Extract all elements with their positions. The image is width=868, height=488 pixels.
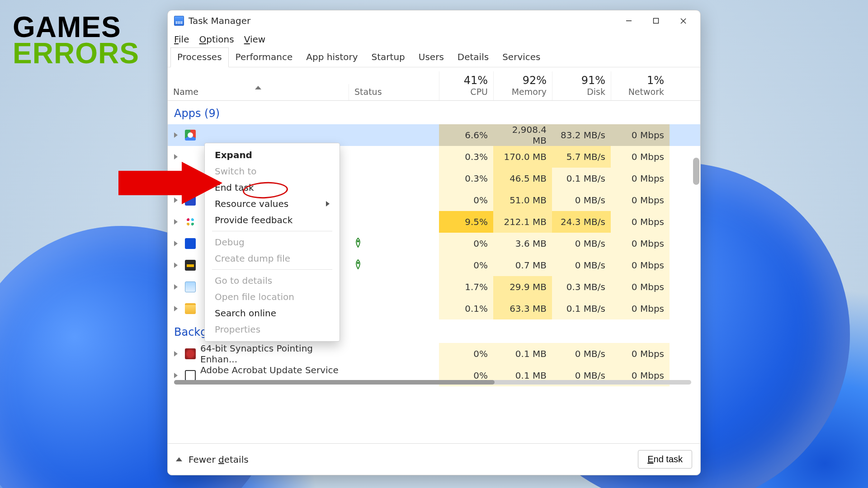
ctx-go-to-details: Go to details: [205, 272, 340, 289]
ctx-resource-values[interactable]: Resource values: [205, 196, 340, 212]
cell-disk: 5.7 MB/s: [552, 146, 611, 168]
menu-view[interactable]: View: [244, 34, 265, 45]
cell-status: [349, 276, 439, 298]
expand-icon[interactable]: [174, 241, 178, 246]
cell-cpu: 0.3%: [439, 146, 493, 168]
cell-memory: 29.9 MB: [493, 276, 552, 298]
chevron-up-icon: [176, 457, 182, 461]
ctx-open-file-location: Open file location: [205, 289, 340, 305]
cell-disk: 0.3 MB/s: [552, 276, 611, 298]
app-icon: [174, 16, 184, 26]
col-cpu[interactable]: 41%CPU: [439, 71, 493, 100]
tab-app-history[interactable]: App history: [299, 47, 364, 67]
cell-network: 0 Mbps: [611, 168, 670, 189]
ctx-expand[interactable]: Expand: [205, 147, 340, 163]
annotation-arrow: [118, 162, 222, 204]
menu-file[interactable]: File: [174, 34, 189, 45]
expand-icon[interactable]: [174, 306, 178, 311]
ctx-switch-to: Switch to: [205, 163, 340, 179]
cell-disk: 24.3 MB/s: [552, 211, 611, 233]
col-memory[interactable]: 92%Memory: [493, 71, 552, 100]
cell-cpu: 0.3%: [439, 168, 493, 189]
end-task-button[interactable]: End task: [638, 450, 692, 469]
separator: [212, 269, 332, 270]
fewer-details-link[interactable]: Fewer details: [189, 454, 249, 465]
cell-network: 0 Mbps: [611, 124, 670, 146]
svg-marker-0: [118, 162, 222, 204]
expand-icon[interactable]: [174, 373, 178, 378]
cell-disk: 0.1 MB/s: [552, 298, 611, 319]
cell-cpu: 0.1%: [439, 298, 493, 319]
process-icon: [185, 216, 196, 227]
tab-processes[interactable]: Processes: [170, 47, 229, 67]
cell-cpu: 0%: [439, 233, 493, 254]
ctx-end-task[interactable]: End task: [205, 179, 340, 196]
expand-icon[interactable]: [174, 219, 178, 225]
menu-options[interactable]: Options: [199, 34, 234, 45]
cell-status: [349, 254, 439, 276]
process-icon: [185, 370, 196, 381]
expand-icon[interactable]: [174, 351, 178, 357]
col-name[interactable]: Name: [168, 84, 349, 100]
cell-cpu: 1.7%: [439, 276, 493, 298]
cell-cpu: 0%: [439, 189, 493, 211]
cell-network: 0 Mbps: [611, 343, 670, 365]
cell-status: [349, 211, 439, 233]
col-disk[interactable]: 91%Disk: [552, 71, 611, 100]
ctx-create-dump: Create dump file: [205, 250, 340, 267]
ctx-provide-feedback[interactable]: Provide feedback: [205, 212, 340, 228]
cell-disk: 83.2 MB/s: [552, 124, 611, 146]
cell-memory: 63.3 MB: [493, 298, 552, 319]
cell-network: 0 Mbps: [611, 233, 670, 254]
group-apps[interactable]: Apps (9): [168, 101, 700, 124]
cell-disk: 0.1 MB/s: [552, 168, 611, 189]
sort-caret-icon: [255, 86, 261, 89]
chevron-right-icon: [326, 201, 330, 206]
cell-disk: 0 MB/s: [552, 233, 611, 254]
process-name: 64-bit Synaptics Pointing Enhan...: [200, 343, 343, 365]
expand-icon[interactable]: [174, 132, 178, 138]
site-watermark: GAMES ERRORS: [13, 14, 139, 66]
cell-cpu: 0%: [439, 343, 493, 365]
tab-performance[interactable]: Performance: [229, 47, 300, 67]
ctx-properties: Properties: [205, 321, 340, 338]
cell-status: [349, 343, 439, 365]
efficiency-mode-icon: [354, 238, 362, 250]
tab-details[interactable]: Details: [451, 47, 495, 67]
svg-point-6: [357, 262, 359, 264]
cell-cpu: 9.5%: [439, 211, 493, 233]
tab-services[interactable]: Services: [495, 47, 547, 67]
titlebar[interactable]: Task Manager: [168, 10, 700, 31]
svg-rect-2: [654, 19, 659, 23]
cell-cpu: 6.6%: [439, 124, 493, 146]
tab-startup[interactable]: Startup: [365, 47, 412, 67]
maximize-button[interactable]: [642, 12, 670, 30]
process-icon: [185, 260, 196, 271]
cell-memory: 3.6 MB: [493, 233, 552, 254]
close-button[interactable]: [670, 12, 697, 30]
process-icon: [185, 282, 196, 292]
expand-icon[interactable]: [174, 154, 178, 160]
cell-network: 0 Mbps: [611, 211, 670, 233]
col-network[interactable]: 1%Network: [611, 71, 670, 100]
cell-memory: 0.1 MB: [493, 343, 552, 365]
cell-memory: 2,908.4 MB: [493, 124, 552, 146]
table-row[interactable]: 64-bit Synaptics Pointing Enhan... 0% 0.…: [168, 343, 700, 365]
cell-cpu: 0%: [439, 254, 493, 276]
cell-status: [349, 233, 439, 254]
cell-status: [349, 189, 439, 211]
horizontal-scrollbar[interactable]: [174, 380, 691, 385]
ctx-debug: Debug: [205, 234, 340, 250]
cell-disk: 0 MB/s: [552, 343, 611, 365]
cell-status: [349, 168, 439, 189]
expand-icon[interactable]: [174, 284, 178, 290]
col-status[interactable]: Status: [349, 84, 439, 100]
ctx-search-online[interactable]: Search online: [205, 305, 340, 321]
svg-point-5: [357, 240, 359, 242]
minimize-button[interactable]: [615, 12, 642, 30]
vertical-scrollbar[interactable]: [693, 158, 699, 185]
column-headers: Name Status 41%CPU 92%Memory 91%Disk 1%N…: [168, 67, 700, 101]
expand-icon[interactable]: [174, 263, 178, 268]
cell-disk: 0 MB/s: [552, 189, 611, 211]
tab-users[interactable]: Users: [412, 47, 451, 67]
